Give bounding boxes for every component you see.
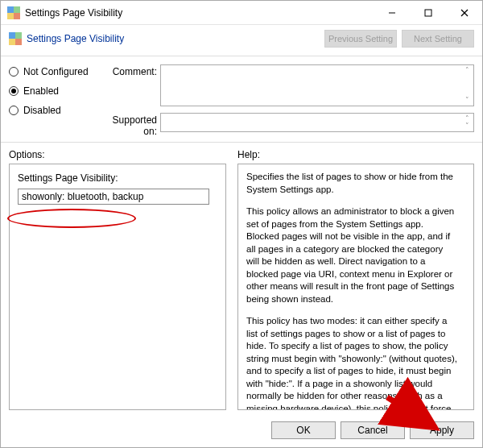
comment-textarea[interactable]: ˄˅	[160, 64, 474, 106]
next-setting-button[interactable]: Next Setting	[402, 30, 474, 48]
cancel-button[interactable]: Cancel	[341, 421, 405, 439]
radio-dot-icon	[9, 86, 19, 96]
radio-disabled[interactable]: Disabled	[9, 105, 97, 116]
radio-not-configured[interactable]: Not Configured	[9, 66, 97, 77]
scroll-up-icon: ˄	[462, 67, 472, 74]
radio-enabled[interactable]: Enabled	[9, 85, 97, 97]
settings-visibility-input[interactable]	[18, 189, 209, 205]
help-panel: Specifies the list of pages to show or h…	[237, 164, 474, 410]
state-radio-group: Not Configured Enabled Disabled	[9, 64, 97, 137]
state-section: Not Configured Enabled Disabled Comment:…	[1, 56, 482, 143]
radio-label: Disabled	[23, 105, 61, 116]
titlebar: Settings Page Visibility	[1, 1, 482, 25]
header: Settings Page Visibility Previous Settin…	[1, 25, 482, 56]
details-section: Options: Settings Page Visibility: Help:…	[1, 143, 482, 415]
maximize-button[interactable]	[410, 1, 446, 24]
help-heading: Help:	[237, 149, 474, 160]
minimize-button[interactable]	[374, 1, 410, 24]
help-paragraph: Specifies the list of pages to show or h…	[246, 171, 457, 196]
policy-title: Settings Page Visibility	[27, 33, 320, 44]
svg-rect-1	[425, 10, 431, 16]
apply-button[interactable]: Apply	[410, 421, 474, 439]
window-title: Settings Page Visibility	[25, 7, 374, 19]
help-paragraph: This policy allows an administrator to b…	[246, 205, 457, 305]
help-text[interactable]: Specifies the list of pages to show or h…	[238, 164, 473, 409]
previous-setting-button[interactable]: Previous Setting	[324, 30, 397, 48]
help-paragraph: This policy has two modes: it can either…	[246, 315, 457, 409]
radio-label: Not Configured	[23, 66, 89, 77]
comment-label: Comment:	[97, 64, 157, 77]
scroll-down-icon: ˅	[462, 97, 472, 104]
options-panel: Settings Page Visibility:	[9, 164, 226, 410]
radio-dot-icon	[9, 67, 19, 77]
close-button[interactable]	[446, 1, 482, 24]
policy-icon	[9, 32, 22, 45]
scroll-down-icon: ˅	[462, 122, 472, 130]
options-field-label: Settings Page Visibility:	[18, 172, 217, 184]
radio-label: Enabled	[23, 85, 59, 97]
supported-on-textarea[interactable]: ˄˅	[160, 113, 474, 132]
ok-button[interactable]: OK	[271, 421, 336, 439]
options-heading: Options:	[9, 149, 226, 160]
dialog-window: Settings Page Visibility Settings Page V…	[0, 0, 483, 448]
radio-dot-icon	[9, 106, 19, 115]
app-icon	[7, 6, 20, 19]
dialog-button-bar: OK Cancel Apply	[1, 415, 482, 447]
supported-on-label: Supported on:	[97, 113, 157, 137]
